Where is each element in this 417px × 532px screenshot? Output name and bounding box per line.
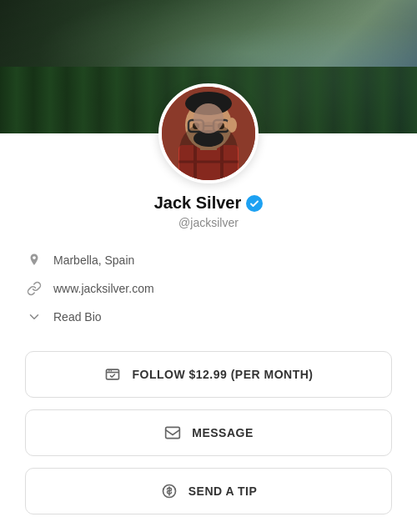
svg-point-14 <box>227 118 237 133</box>
link-icon <box>25 279 43 298</box>
profile-handle: @jacksilver <box>17 216 400 229</box>
svg-rect-18 <box>166 427 180 438</box>
svg-point-12 <box>193 123 199 129</box>
read-bio-row[interactable]: Read Bio <box>25 303 392 331</box>
svg-point-17 <box>111 370 113 372</box>
message-label: MESSAGE <box>192 426 254 439</box>
avatar-image <box>162 87 255 180</box>
website-link[interactable]: www.jacksilver.com <box>53 282 154 295</box>
follow-label: FOLLOW $12.99 (PER MONTH) <box>132 368 313 381</box>
avatar-container <box>0 83 417 183</box>
svg-point-13 <box>218 123 224 129</box>
profile-info: Jack Silver @jacksilver <box>0 183 417 229</box>
follow-button[interactable]: FOLLOW $12.99 (PER MONTH) <box>25 351 392 398</box>
tip-label: SEND A TIP <box>188 484 258 498</box>
tip-button[interactable]: SEND A TIP <box>25 468 392 514</box>
read-bio-label: Read Bio <box>53 310 102 324</box>
location-icon <box>25 251 43 269</box>
svg-point-8 <box>193 130 224 147</box>
tip-icon <box>160 482 178 500</box>
follow-icon <box>103 365 122 384</box>
message-button[interactable]: MESSAGE <box>25 409 392 456</box>
avatar <box>158 83 259 183</box>
location-text: Marbella, Spain <box>53 253 134 267</box>
chevron-down-icon <box>25 308 43 326</box>
message-icon <box>163 424 182 442</box>
location-row: Marbella, Spain <box>25 246 392 274</box>
svg-point-7 <box>185 92 232 115</box>
profile-name: Jack Silver <box>154 193 242 213</box>
svg-rect-15 <box>107 369 119 379</box>
name-row: Jack Silver <box>17 193 400 213</box>
svg-point-16 <box>108 370 110 372</box>
svg-rect-5 <box>200 133 217 150</box>
verified-badge <box>246 195 263 212</box>
website-row: www.jacksilver.com <box>25 274 392 303</box>
avatar-svg <box>162 87 255 180</box>
svg-rect-1 <box>178 145 239 180</box>
profile-details: Marbella, Spain www.jacksilver.com Read … <box>0 246 417 331</box>
action-buttons: FOLLOW $12.99 (PER MONTH) MESSAGE SEND A… <box>0 351 417 514</box>
